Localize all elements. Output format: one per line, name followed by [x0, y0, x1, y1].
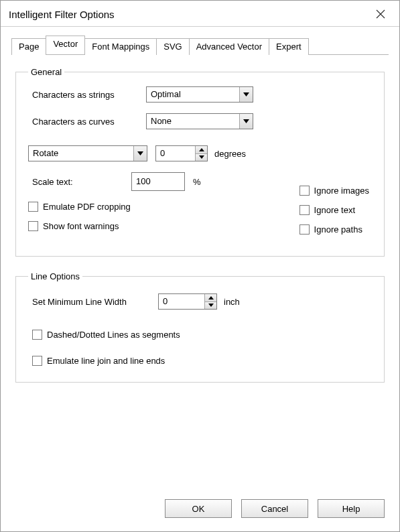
- tab-svg[interactable]: SVG: [156, 38, 189, 55]
- check-label: Dashed/Dotted Lines as segments: [47, 330, 180, 340]
- tab-font-mappings[interactable]: Font Mappings: [84, 38, 157, 55]
- check-show-font-warnings[interactable]: Show font warnings: [28, 221, 131, 231]
- button-label: OK: [192, 504, 205, 514]
- checkbox-columns: Emulate PDF cropping Show font warnings …: [28, 202, 372, 244]
- spin-value: 0: [159, 294, 204, 309]
- checkbox-box: [32, 356, 42, 366]
- chevron-down-icon: [239, 87, 253, 102]
- checkbox-box: [299, 186, 310, 196]
- group-general-legend: General: [28, 67, 64, 77]
- chevron-down-icon: [239, 114, 253, 129]
- tab-label: Advanced Vector: [196, 42, 262, 52]
- check-emulate-pdf-cropping[interactable]: Emulate PDF cropping: [28, 202, 131, 212]
- spin-up-icon[interactable]: [196, 146, 207, 154]
- combo-value: Optimal: [147, 87, 239, 102]
- close-icon: [376, 9, 385, 19]
- help-button[interactable]: Help: [318, 499, 385, 518]
- spin-rotate-degrees[interactable]: 0: [155, 145, 208, 161]
- label-min-line-width-unit: inch: [224, 297, 240, 307]
- label-scale-unit: %: [193, 177, 201, 187]
- dialog-window: Intelligent Filter Options Page Vector F…: [0, 0, 400, 532]
- input-scale-text[interactable]: 100: [131, 172, 185, 191]
- check-ignore-paths[interactable]: Ignore paths: [299, 224, 369, 235]
- combo-rotate[interactable]: Rotate: [28, 145, 147, 161]
- tab-label: Expert: [276, 42, 302, 52]
- combo-value: Rotate: [29, 146, 133, 161]
- checkbox-box: [32, 330, 42, 340]
- spin-down-icon[interactable]: [205, 302, 216, 310]
- label-scale-text: Scale text:: [32, 177, 131, 187]
- close-button[interactable]: [370, 6, 391, 22]
- tab-label: Font Mappings: [92, 42, 149, 52]
- check-label: Ignore paths: [314, 224, 362, 235]
- row-min-line-width: Set Minimum Line Width 0 inch: [32, 293, 372, 310]
- checkbox-box: [299, 205, 310, 215]
- combo-chars-strings[interactable]: Optimal: [146, 86, 253, 103]
- tab-label: SVG: [163, 42, 182, 52]
- row-rotate: Rotate 0 degrees: [28, 145, 372, 161]
- tab-advanced-vector[interactable]: Advanced Vector: [189, 38, 269, 55]
- window-title: Intelligent Filter Options: [9, 9, 115, 20]
- row-chars-curves: Characters as curves None: [32, 113, 372, 129]
- check-label: Ignore images: [314, 186, 369, 196]
- spin-buttons: [204, 294, 216, 309]
- label-degrees: degrees: [214, 149, 246, 159]
- check-dashed-segments[interactable]: Dashed/Dotted Lines as segments: [32, 330, 372, 340]
- combo-value: None: [147, 114, 239, 129]
- row-chars-strings: Characters as strings Optimal: [32, 86, 372, 103]
- checkbox-box: [28, 202, 38, 212]
- tab-page-vector: General Characters as strings Optimal Ch…: [11, 55, 389, 401]
- label-min-line-width: Set Minimum Line Width: [32, 297, 158, 307]
- label-chars-strings: Characters as strings: [32, 90, 146, 100]
- spin-buttons: [195, 146, 207, 161]
- tab-label: Page: [19, 42, 39, 52]
- group-line-options-legend: Line Options: [28, 271, 82, 281]
- check-ignore-images[interactable]: Ignore images: [299, 186, 369, 196]
- tabstrip: Page Vector Font Mappings SVG Advanced V…: [11, 36, 389, 54]
- check-label: Show font warnings: [43, 221, 119, 231]
- titlebar: Intelligent Filter Options: [1, 1, 399, 27]
- tab-page[interactable]: Page: [11, 38, 46, 55]
- check-emulate-line-join[interactable]: Emulate line join and line ends: [32, 356, 372, 366]
- group-general: General Characters as strings Optimal Ch…: [15, 67, 385, 257]
- button-label: Cancel: [261, 504, 288, 514]
- spin-min-line-width[interactable]: 0: [158, 293, 217, 310]
- content-area: Page Vector Font Mappings SVG Advanced V…: [1, 27, 399, 491]
- check-label: Emulate line join and line ends: [47, 356, 165, 366]
- combo-chars-curves[interactable]: None: [146, 113, 253, 129]
- checkbox-box: [28, 221, 38, 231]
- tab-expert[interactable]: Expert: [269, 38, 309, 55]
- spin-up-icon[interactable]: [205, 294, 216, 302]
- label-chars-curves: Characters as curves: [32, 117, 146, 127]
- group-line-options: Line Options Set Minimum Line Width 0 in…: [15, 271, 385, 383]
- button-bar: OK Cancel Help: [1, 491, 399, 531]
- spin-down-icon[interactable]: [196, 154, 207, 161]
- tab-label: Vector: [53, 39, 78, 49]
- check-label: Emulate PDF cropping: [43, 202, 131, 212]
- ok-button[interactable]: OK: [165, 499, 232, 518]
- check-ignore-text[interactable]: Ignore text: [299, 205, 369, 215]
- chevron-down-icon: [133, 146, 147, 161]
- tab-vector[interactable]: Vector: [46, 36, 85, 54]
- spin-value: 0: [156, 146, 195, 161]
- checkbox-box: [299, 224, 310, 235]
- input-value: 100: [136, 176, 151, 186]
- cancel-button[interactable]: Cancel: [241, 499, 308, 518]
- check-label: Ignore text: [314, 205, 355, 215]
- button-label: Help: [342, 504, 360, 514]
